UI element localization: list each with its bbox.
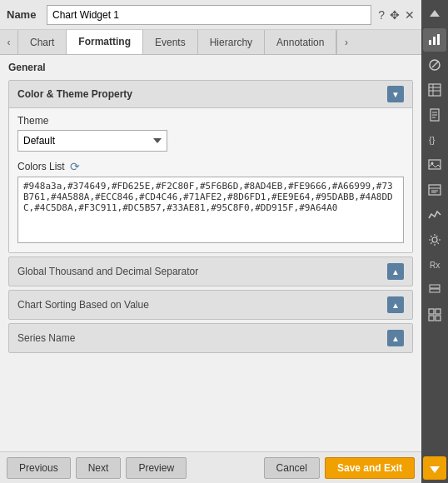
sidebar-icon-rx[interactable]: Rx bbox=[423, 253, 446, 276]
header-icons: ? ✥ ✕ bbox=[378, 8, 415, 22]
preview-button[interactable]: Preview bbox=[126, 457, 187, 479]
cancel-button[interactable]: Cancel bbox=[264, 457, 320, 479]
chart-sorting-title: Chart Sorting Based on Value bbox=[17, 299, 149, 311]
svg-point-20 bbox=[432, 237, 437, 242]
sidebar-icon-grid[interactable] bbox=[423, 303, 446, 326]
global-thousand-header[interactable]: Global Thousand and Decimal Separator ▲ bbox=[9, 257, 412, 286]
colors-textarea[interactable]: #948a3a,#374649,#FD625E,#F2C80F,#5F6B6D,… bbox=[17, 177, 404, 243]
sidebar-icon-linechart[interactable] bbox=[423, 203, 446, 227]
name-label: Name bbox=[7, 8, 40, 21]
sidebar-icon-down[interactable] bbox=[423, 456, 446, 480]
tab-prev-arrow[interactable]: ‹ bbox=[0, 30, 18, 55]
colors-list-header: Colors List ⟳ bbox=[17, 160, 404, 173]
svg-rect-5 bbox=[429, 84, 441, 96]
chart-sorting-section: Chart Sorting Based on Value ▲ bbox=[8, 290, 413, 320]
right-sidebar: {} Rx bbox=[421, 0, 448, 483]
svg-marker-28 bbox=[430, 466, 440, 473]
tab-annotation[interactable]: Annotation bbox=[265, 30, 336, 55]
series-name-header[interactable]: Series Name ▲ bbox=[9, 324, 412, 352]
svg-rect-1 bbox=[429, 40, 431, 45]
theme-select[interactable]: Default bbox=[17, 130, 167, 152]
tab-next-arrow[interactable]: › bbox=[336, 30, 355, 55]
global-thousand-title: Global Thousand and Decimal Separator bbox=[17, 266, 198, 277]
header: Name ? ✥ ✕ bbox=[0, 0, 421, 30]
sidebar-icon-layers[interactable] bbox=[423, 278, 446, 301]
next-button[interactable]: Next bbox=[76, 457, 122, 479]
sidebar-icon-table[interactable] bbox=[423, 78, 446, 102]
previous-button[interactable]: Previous bbox=[7, 457, 71, 479]
sidebar-icon-news[interactable] bbox=[423, 178, 446, 202]
sidebar-icon-up[interactable] bbox=[423, 3, 446, 27]
colors-list-refresh-icon[interactable]: ⟳ bbox=[70, 160, 80, 173]
move-icon[interactable]: ✥ bbox=[390, 8, 400, 22]
save-exit-button[interactable]: Save and Exit bbox=[325, 457, 415, 479]
svg-text:Rx: Rx bbox=[430, 261, 440, 270]
color-theme-content: Theme Default Colors List ⟳ #948a3a,#374… bbox=[9, 107, 412, 252]
svg-rect-14 bbox=[429, 160, 441, 169]
global-thousand-section: Global Thousand and Decimal Separator ▲ bbox=[8, 256, 413, 286]
series-name-chevron: ▲ bbox=[387, 330, 404, 346]
svg-rect-3 bbox=[437, 34, 440, 45]
widget-name-input[interactable] bbox=[47, 5, 371, 25]
chart-sorting-chevron: ▲ bbox=[387, 296, 404, 313]
close-icon[interactable]: ✕ bbox=[405, 8, 415, 22]
tab-chart[interactable]: Chart bbox=[18, 30, 67, 55]
sidebar-icon-image[interactable] bbox=[423, 153, 446, 177]
sidebar-icon-analytics[interactable] bbox=[423, 53, 446, 77]
sidebar-icon-code[interactable]: {} bbox=[423, 128, 446, 152]
svg-rect-22 bbox=[430, 285, 440, 288]
sidebar-icon-document[interactable] bbox=[423, 103, 446, 127]
svg-rect-16 bbox=[429, 185, 441, 195]
svg-rect-23 bbox=[430, 289, 440, 292]
svg-rect-27 bbox=[436, 316, 441, 321]
series-name-title: Series Name bbox=[17, 332, 75, 344]
svg-rect-25 bbox=[436, 309, 441, 314]
series-name-section: Series Name ▲ bbox=[8, 323, 413, 353]
svg-text:{}: {} bbox=[429, 135, 436, 145]
footer: Previous Next Preview Cancel Save and Ex… bbox=[0, 451, 421, 483]
color-theme-section: Color & Theme Property ▼ Theme Default C… bbox=[8, 80, 413, 253]
help-icon[interactable]: ? bbox=[378, 8, 385, 22]
general-title: General bbox=[8, 62, 413, 73]
sidebar-icon-chart[interactable] bbox=[423, 28, 446, 52]
tab-bar: ‹ Chart Formatting Events Hierarchy Anno… bbox=[0, 30, 421, 55]
sidebar-icon-settings[interactable] bbox=[423, 228, 446, 251]
color-theme-chevron: ▼ bbox=[387, 86, 404, 102]
body: General Color & Theme Property ▼ Theme D… bbox=[0, 55, 421, 451]
svg-marker-0 bbox=[430, 10, 440, 17]
tab-events[interactable]: Events bbox=[143, 30, 198, 55]
chart-sorting-header[interactable]: Chart Sorting Based on Value ▲ bbox=[9, 291, 412, 319]
tab-formatting[interactable]: Formatting bbox=[67, 30, 143, 55]
colors-list-label: Colors List bbox=[17, 161, 65, 172]
color-theme-title: Color & Theme Property bbox=[17, 88, 132, 100]
global-thousand-chevron: ▲ bbox=[387, 263, 404, 280]
theme-label: Theme bbox=[17, 115, 404, 127]
tab-hierarchy[interactable]: Hierarchy bbox=[198, 30, 265, 55]
color-theme-header[interactable]: Color & Theme Property ▼ bbox=[9, 81, 412, 107]
svg-rect-26 bbox=[429, 316, 434, 321]
svg-rect-24 bbox=[429, 309, 434, 314]
svg-rect-2 bbox=[433, 37, 436, 45]
